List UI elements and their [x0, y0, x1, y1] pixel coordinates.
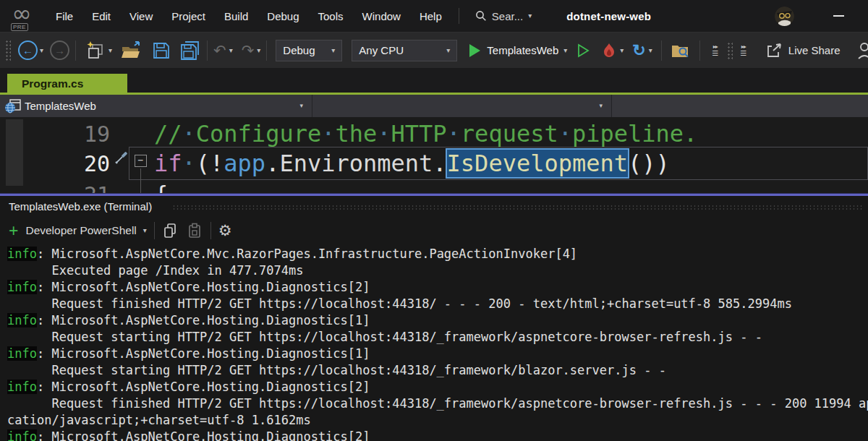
member-dropdown[interactable] — [612, 95, 868, 117]
paste-icon[interactable] — [186, 222, 203, 239]
tab-program-cs[interactable]: Program.cs — [7, 74, 127, 93]
menu-item-project[interactable]: Project — [171, 10, 205, 22]
terminal-settings-gear-icon[interactable] — [218, 223, 232, 239]
code-token: . — [433, 150, 446, 177]
undo-dropdown-icon[interactable] — [229, 47, 233, 54]
code-editor[interactable]: 19//·Configure·the·HTTP·request·pipeline… — [0, 117, 868, 193]
copy-icon[interactable] — [162, 222, 179, 239]
terminal-line: info: Microsoft.AspNetCore.Mvc.RazorPage… — [7, 246, 868, 262]
visual-studio-logo-icon: ∞ PRE — [6, 3, 38, 29]
project-dropdown[interactable]: TemplatesWeb — [0, 95, 312, 117]
panel-drag-handle[interactable] — [172, 205, 862, 210]
start-without-debugging-button[interactable] — [576, 43, 590, 58]
platform-value: Any CPU — [359, 44, 404, 56]
line-number[interactable]: 21 — [0, 179, 110, 193]
toolbar-grip[interactable] — [726, 41, 733, 60]
new-project-button[interactable] — [85, 40, 106, 61]
feedback-icon[interactable] — [858, 41, 868, 60]
info-label: info — [7, 380, 37, 394]
search-icon — [475, 10, 487, 22]
terminal-line: info: Microsoft.AspNetCore.Hosting.Diagn… — [7, 279, 868, 296]
code-token: { — [154, 181, 168, 193]
search-control[interactable]: Sear... — [475, 10, 532, 22]
live-share-label[interactable]: Live Share — [788, 44, 841, 56]
toolbar-grip[interactable] — [4, 39, 11, 62]
restart-icon[interactable] — [632, 43, 645, 59]
terminal-line: Request starting HTTP/2 GET https://loca… — [7, 362, 868, 379]
menu-item-view[interactable]: View — [129, 10, 153, 22]
terminal-line: info: Microsoft.AspNetCore.Hosting.Diagn… — [7, 379, 868, 395]
toolbar-overflow-button[interactable]: ▸▸ ☰ — [709, 45, 722, 56]
open-file-button[interactable] — [121, 41, 142, 60]
code-text: //·Configure·the·HTTP·request·pipeline. — [154, 119, 697, 150]
navigate-back-dropdown-icon[interactable] — [40, 47, 43, 54]
code-token: // — [154, 120, 182, 147]
redo-button[interactable] — [242, 43, 255, 58]
redo-dropdown-icon[interactable] — [257, 47, 260, 54]
quick-actions-screwdriver-icon[interactable] — [111, 149, 130, 168]
save-button[interactable] — [152, 41, 171, 60]
menu-item-help[interactable]: Help — [420, 10, 442, 22]
terminal-line: cation/javascript;+charset=utf-8 1.6162m… — [7, 412, 868, 429]
search-placeholder: Sear... — [492, 10, 523, 22]
start-target-label[interactable]: TemplatesWeb — [487, 44, 558, 56]
menu-item-edit[interactable]: Edit — [92, 10, 111, 22]
menu-item-debug[interactable]: Debug — [267, 10, 299, 22]
restart-dropdown-icon[interactable] — [649, 47, 652, 54]
terminal-toolbar: Developer PowerShell — [9, 218, 232, 244]
code-token: HTTP — [391, 120, 447, 147]
title-bar: ∞ PRE FileEditViewProjectBuildDebugTools… — [0, 0, 868, 32]
line-number[interactable]: 20 — [0, 148, 110, 179]
info-label: info — [7, 247, 37, 261]
chevron-down-icon — [528, 12, 532, 20]
configuration-value: Debug — [283, 44, 315, 56]
live-share-icon[interactable] — [765, 42, 783, 59]
find-in-files-button[interactable] — [671, 42, 691, 59]
menu-item-file[interactable]: File — [56, 10, 73, 22]
chevron-down-icon[interactable] — [143, 227, 147, 234]
solution-platform-select[interactable]: Any CPU — [352, 40, 457, 61]
terminal-panel: TemplatesWeb.exe (Terminal) Developer Po… — [0, 196, 868, 441]
code-line-19[interactable]: 19//·Configure·the·HTTP·request·pipeline… — [0, 119, 868, 150]
code-collapse-toggle[interactable] — [135, 155, 147, 167]
save-all-button[interactable] — [179, 40, 201, 61]
menu-item-tools[interactable]: Tools — [318, 10, 344, 22]
code-line-21[interactable]: 21{ — [0, 179, 868, 193]
hot-reload-icon[interactable] — [601, 42, 617, 59]
infinity-glyph: ∞ — [6, 3, 38, 25]
terminal-panel-title[interactable]: TemplatesWeb.exe (Terminal) — [9, 200, 152, 213]
shell-select-value[interactable]: Developer PowerShell — [25, 224, 136, 237]
code-token: ()) — [628, 150, 670, 177]
minimize-button[interactable] — [827, 5, 849, 27]
titlebar-separator — [459, 8, 459, 24]
terminal-line: info: Microsoft.AspNetCore.Hosting.Diagn… — [7, 312, 868, 329]
new-project-dropdown-icon[interactable] — [109, 47, 112, 54]
solution-configuration-select[interactable]: Debug — [276, 40, 342, 61]
code-token: Environment — [279, 150, 433, 177]
chevron-down-icon — [599, 103, 603, 109]
navigate-forward-button[interactable] — [50, 40, 69, 60]
info-label: info — [7, 313, 37, 327]
start-debugging-button[interactable] — [469, 44, 480, 57]
info-label: info — [7, 429, 37, 441]
undo-button[interactable] — [213, 43, 226, 58]
code-line-20[interactable]: 20if·(!app.Environment.IsDevelopment()) — [0, 148, 868, 179]
navigate-back-button[interactable] — [18, 40, 38, 60]
editor-navigation-bar: TemplatesWeb — [0, 95, 868, 117]
window-title: dotnet-new-web — [566, 10, 651, 22]
toolbar-overflow-button[interactable]: ▸▸ ☰ — [737, 45, 750, 56]
menu-item-build[interactable]: Build — [224, 10, 248, 22]
start-target-dropdown-icon[interactable] — [563, 47, 567, 54]
new-terminal-button[interactable] — [9, 223, 18, 239]
standard-toolbar: Debug Any CPU TemplatesWeb ▸▸ ☰ — [0, 32, 868, 68]
code-token: request — [461, 120, 558, 147]
hot-reload-dropdown-icon[interactable] — [620, 47, 624, 54]
type-dropdown[interactable] — [312, 95, 612, 117]
menu-item-window[interactable]: Window — [362, 10, 401, 22]
chevron-down-icon — [299, 103, 303, 109]
terminal-output[interactable]: info: Microsoft.AspNetCore.Mvc.RazorPage… — [7, 246, 868, 441]
terminal-line: Executed page /Index in 477.7074ms — [7, 262, 868, 279]
line-number[interactable]: 19 — [0, 119, 110, 150]
terminal-line: info: Microsoft.AspNetCore.Hosting.Diagn… — [7, 346, 868, 362]
account-avatar[interactable] — [775, 7, 794, 26]
